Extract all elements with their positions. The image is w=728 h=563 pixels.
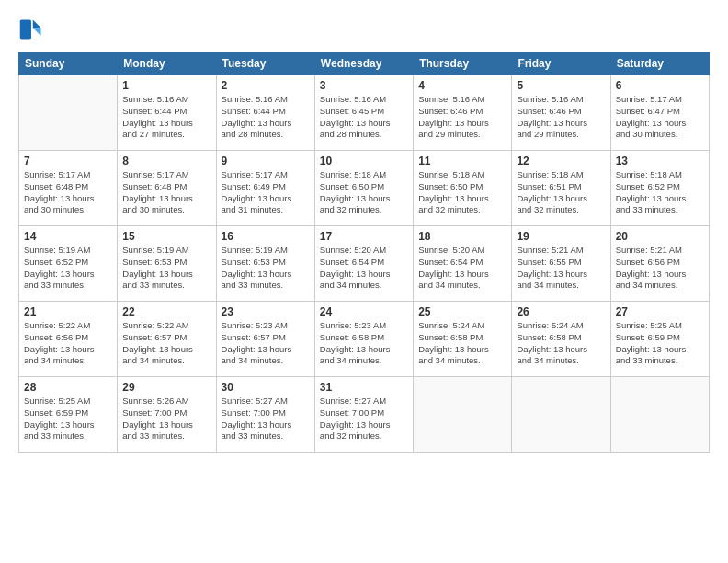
col-header-tuesday: Tuesday (216, 52, 314, 75)
calendar-cell: 7Sunrise: 5:17 AMSunset: 6:48 PMDaylight… (19, 151, 118, 226)
calendar-cell: 31Sunrise: 5:27 AMSunset: 7:00 PMDayligh… (314, 377, 413, 453)
day-number: 18 (418, 230, 506, 243)
calendar-cell: 2Sunrise: 5:16 AMSunset: 6:44 PMDaylight… (216, 75, 314, 151)
calendar-cell: 24Sunrise: 5:23 AMSunset: 6:58 PMDayligh… (314, 302, 413, 377)
day-info: Sunrise: 5:20 AMSunset: 6:54 PMDaylight:… (320, 245, 408, 292)
week-row-2: 7Sunrise: 5:17 AMSunset: 6:48 PMDaylight… (19, 151, 710, 226)
day-number: 13 (616, 155, 704, 167)
day-info: Sunrise: 5:17 AMSunset: 6:47 PMDaylight:… (616, 94, 704, 141)
day-number: 8 (122, 155, 210, 167)
calendar-cell: 11Sunrise: 5:18 AMSunset: 6:50 PMDayligh… (414, 151, 512, 226)
calendar-cell: 20Sunrise: 5:21 AMSunset: 6:56 PMDayligh… (610, 226, 709, 302)
day-info: Sunrise: 5:26 AMSunset: 7:00 PMDaylight:… (122, 396, 210, 442)
day-info: Sunrise: 5:16 AMSunset: 6:44 PMDaylight:… (122, 94, 210, 141)
day-number: 10 (320, 155, 408, 167)
calendar-cell: 23Sunrise: 5:23 AMSunset: 6:57 PMDayligh… (216, 302, 314, 377)
day-number: 4 (418, 79, 506, 92)
calendar-cell: 22Sunrise: 5:22 AMSunset: 6:57 PMDayligh… (118, 302, 216, 377)
day-info: Sunrise: 5:17 AMSunset: 6:48 PMDaylight:… (24, 169, 112, 216)
day-info: Sunrise: 5:19 AMSunset: 6:53 PMDaylight:… (122, 245, 210, 292)
calendar-cell: 12Sunrise: 5:18 AMSunset: 6:51 PMDayligh… (512, 151, 610, 226)
calendar-cell (19, 75, 118, 151)
calendar-cell: 19Sunrise: 5:21 AMSunset: 6:55 PMDayligh… (512, 226, 610, 302)
day-info: Sunrise: 5:16 AMSunset: 6:46 PMDaylight:… (418, 94, 506, 141)
day-info: Sunrise: 5:18 AMSunset: 6:50 PMDaylight:… (320, 169, 408, 216)
calendar-cell: 17Sunrise: 5:20 AMSunset: 6:54 PMDayligh… (314, 226, 413, 302)
calendar-cell: 26Sunrise: 5:24 AMSunset: 6:58 PMDayligh… (512, 302, 610, 377)
calendar-cell: 29Sunrise: 5:26 AMSunset: 7:00 PMDayligh… (118, 377, 216, 453)
day-number: 16 (222, 230, 310, 243)
day-number: 11 (418, 155, 506, 167)
calendar-cell: 16Sunrise: 5:19 AMSunset: 6:53 PMDayligh… (216, 226, 314, 302)
calendar-cell: 10Sunrise: 5:18 AMSunset: 6:50 PMDayligh… (314, 151, 413, 226)
calendar-cell: 27Sunrise: 5:25 AMSunset: 6:59 PMDayligh… (610, 302, 709, 377)
header (18, 17, 710, 42)
col-header-sunday: Sunday (19, 52, 118, 75)
day-info: Sunrise: 5:27 AMSunset: 7:00 PMDaylight:… (222, 396, 310, 442)
day-number: 9 (222, 155, 310, 167)
day-number: 28 (24, 381, 112, 394)
day-number: 6 (616, 79, 704, 92)
day-info: Sunrise: 5:16 AMSunset: 6:46 PMDaylight:… (517, 94, 605, 141)
svg-marker-1 (33, 20, 41, 29)
day-info: Sunrise: 5:17 AMSunset: 6:49 PMDaylight:… (222, 169, 310, 216)
day-info: Sunrise: 5:23 AMSunset: 6:58 PMDaylight:… (320, 320, 408, 367)
calendar-cell: 6Sunrise: 5:17 AMSunset: 6:47 PMDaylight… (610, 75, 709, 151)
svg-rect-3 (20, 20, 31, 40)
day-number: 27 (616, 305, 704, 318)
day-info: Sunrise: 5:24 AMSunset: 6:58 PMDaylight:… (418, 320, 506, 367)
day-number: 30 (222, 381, 310, 394)
calendar-cell: 5Sunrise: 5:16 AMSunset: 6:46 PMDaylight… (512, 75, 610, 151)
col-header-wednesday: Wednesday (314, 52, 413, 75)
day-number: 12 (517, 155, 605, 167)
calendar-cell: 25Sunrise: 5:24 AMSunset: 6:58 PMDayligh… (414, 302, 512, 377)
logo (18, 17, 48, 42)
day-number: 3 (320, 79, 408, 92)
week-row-3: 14Sunrise: 5:19 AMSunset: 6:52 PMDayligh… (19, 226, 710, 302)
day-number: 25 (418, 305, 506, 318)
day-info: Sunrise: 5:20 AMSunset: 6:54 PMDaylight:… (418, 245, 506, 292)
calendar-cell: 28Sunrise: 5:25 AMSunset: 6:59 PMDayligh… (19, 377, 118, 453)
calendar-cell (512, 377, 610, 453)
day-info: Sunrise: 5:21 AMSunset: 6:56 PMDaylight:… (616, 245, 704, 292)
calendar-cell: 3Sunrise: 5:16 AMSunset: 6:45 PMDaylight… (314, 75, 413, 151)
calendar-cell (610, 377, 709, 453)
calendar-cell: 9Sunrise: 5:17 AMSunset: 6:49 PMDaylight… (216, 151, 314, 226)
day-info: Sunrise: 5:27 AMSunset: 7:00 PMDaylight:… (320, 396, 408, 442)
day-info: Sunrise: 5:18 AMSunset: 6:51 PMDaylight:… (517, 169, 605, 216)
day-info: Sunrise: 5:16 AMSunset: 6:44 PMDaylight:… (222, 94, 310, 141)
day-info: Sunrise: 5:24 AMSunset: 6:58 PMDaylight:… (517, 320, 605, 367)
day-number: 2 (222, 79, 310, 92)
day-number: 24 (320, 305, 408, 318)
calendar-cell: 13Sunrise: 5:18 AMSunset: 6:52 PMDayligh… (610, 151, 709, 226)
day-info: Sunrise: 5:25 AMSunset: 6:59 PMDaylight:… (24, 396, 112, 442)
day-number: 20 (616, 230, 704, 243)
calendar-header-row: SundayMondayTuesdayWednesdayThursdayFrid… (19, 52, 710, 75)
calendar-cell: 15Sunrise: 5:19 AMSunset: 6:53 PMDayligh… (118, 226, 216, 302)
calendar-cell: 4Sunrise: 5:16 AMSunset: 6:46 PMDaylight… (414, 75, 512, 151)
day-info: Sunrise: 5:23 AMSunset: 6:57 PMDaylight:… (222, 320, 310, 367)
week-row-1: 1Sunrise: 5:16 AMSunset: 6:44 PMDaylight… (19, 75, 710, 151)
logo-icon (18, 17, 44, 42)
calendar-cell: 14Sunrise: 5:19 AMSunset: 6:52 PMDayligh… (19, 226, 118, 302)
svg-marker-2 (33, 28, 41, 36)
calendar-cell: 21Sunrise: 5:22 AMSunset: 6:56 PMDayligh… (19, 302, 118, 377)
col-header-thursday: Thursday (414, 52, 512, 75)
calendar-cell (414, 377, 512, 453)
col-header-monday: Monday (118, 52, 216, 75)
calendar-cell: 1Sunrise: 5:16 AMSunset: 6:44 PMDaylight… (118, 75, 216, 151)
page: SundayMondayTuesdayWednesdayThursdayFrid… (0, 0, 728, 563)
day-number: 21 (24, 305, 112, 318)
day-number: 7 (24, 155, 112, 167)
day-number: 23 (222, 305, 310, 318)
day-info: Sunrise: 5:19 AMSunset: 6:53 PMDaylight:… (222, 245, 310, 292)
day-number: 15 (122, 230, 210, 243)
day-info: Sunrise: 5:19 AMSunset: 6:52 PMDaylight:… (24, 245, 112, 292)
calendar-cell: 18Sunrise: 5:20 AMSunset: 6:54 PMDayligh… (414, 226, 512, 302)
day-number: 5 (517, 79, 605, 92)
day-number: 1 (122, 79, 210, 92)
day-number: 31 (320, 381, 408, 394)
calendar-table: SundayMondayTuesdayWednesdayThursdayFrid… (18, 52, 710, 453)
day-info: Sunrise: 5:21 AMSunset: 6:55 PMDaylight:… (517, 245, 605, 292)
day-number: 22 (122, 305, 210, 318)
